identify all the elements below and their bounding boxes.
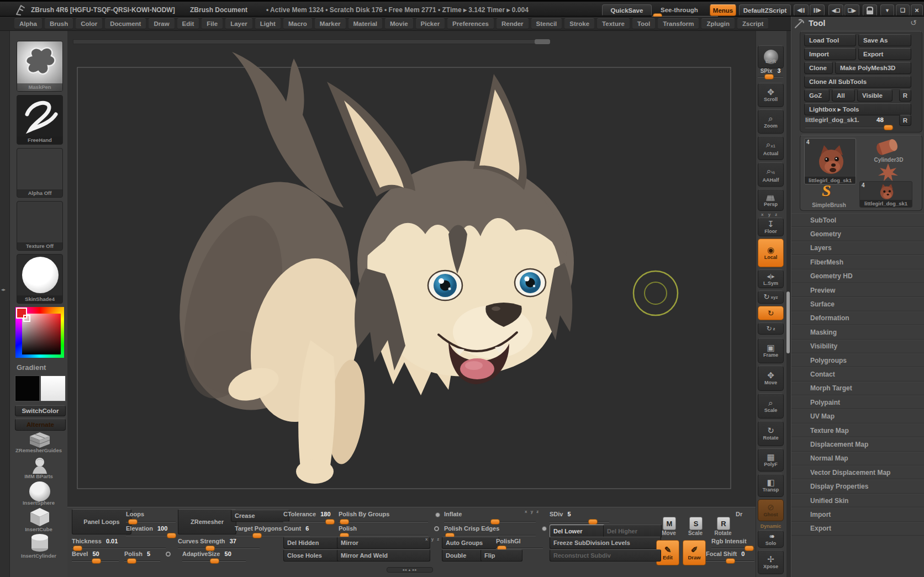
lightbox-tools-button[interactable]: Lightbox ▸ Tools bbox=[804, 103, 911, 115]
menu-item-zscript[interactable]: Zscript bbox=[737, 18, 768, 29]
adaptive-size-track[interactable] bbox=[182, 560, 246, 562]
actual-button[interactable]: ⌕x1 Actual bbox=[758, 136, 784, 160]
color-picker-cursor[interactable] bbox=[23, 315, 30, 322]
spix-track[interactable] bbox=[758, 76, 783, 77]
local-button[interactable]: ◉ Local bbox=[758, 239, 784, 267]
left-tray-handle-icon[interactable]: ◂▸ bbox=[1, 287, 6, 292]
bevel-track[interactable] bbox=[72, 560, 119, 562]
scroll-button[interactable]: ✥ Scroll bbox=[758, 83, 784, 107]
close-icon[interactable]: × bbox=[911, 4, 923, 16]
menu-item-movie[interactable]: Movie bbox=[385, 18, 413, 29]
polish5-knob[interactable] bbox=[127, 558, 136, 564]
draw-button[interactable]: ✐ Draw bbox=[683, 540, 706, 565]
close-holes-button[interactable]: Close Holes bbox=[283, 549, 341, 562]
main-color-swatch[interactable] bbox=[15, 375, 40, 401]
section-display-properties[interactable]: Display Properties bbox=[791, 479, 924, 493]
focal-shift-track[interactable] bbox=[706, 560, 754, 562]
active-tool-knob[interactable] bbox=[884, 125, 893, 130]
section-normal-map[interactable]: Normal Map bbox=[791, 452, 924, 465]
zremesher-button[interactable]: ZRemesher bbox=[178, 509, 236, 534]
menu-item-brush[interactable]: Brush bbox=[45, 18, 73, 29]
model-husky-puppy[interactable] bbox=[155, 52, 574, 484]
simplebrush-s-icon[interactable]: S bbox=[822, 181, 831, 200]
menu-item-edit[interactable]: Edit bbox=[177, 18, 199, 29]
gradient-label[interactable]: Gradient bbox=[17, 363, 46, 372]
menu-item-picker[interactable]: Picker bbox=[416, 18, 445, 29]
menu-item-light[interactable]: Light bbox=[255, 18, 281, 29]
current-stroke-thumbnail[interactable]: FreeHand bbox=[17, 95, 63, 145]
insert-cylinder-icon[interactable] bbox=[30, 533, 50, 552]
switch-color-button[interactable]: SwitchColor bbox=[15, 405, 66, 416]
menu-item-layer[interactable]: Layer bbox=[225, 18, 252, 29]
spix-knob[interactable] bbox=[764, 74, 774, 80]
floor-button[interactable]: ↧ Floor bbox=[758, 218, 784, 236]
section-masking[interactable]: Masking bbox=[791, 325, 924, 339]
palette-move-right-icon[interactable]: ❏▶ bbox=[844, 4, 859, 16]
tool-thumb-selected[interactable]: 4 littlegirl_dog_sk1 bbox=[804, 138, 856, 184]
menu-item-render[interactable]: Render bbox=[497, 18, 529, 29]
make-polymesh3d-button[interactable]: Make PolyMesh3D bbox=[835, 62, 911, 74]
sdiv-knob[interactable] bbox=[588, 519, 598, 525]
aahalf-button[interactable]: ⌕½ AAHalf bbox=[758, 162, 784, 187]
default-zscript-button[interactable]: DefaultZScript bbox=[739, 4, 791, 16]
active-tool-slider[interactable] bbox=[805, 127, 894, 128]
current-texture-thumbnail[interactable]: Texture Off bbox=[17, 201, 63, 251]
inflate-track[interactable] bbox=[444, 521, 536, 522]
menu-item-marker[interactable]: Marker bbox=[315, 18, 346, 29]
polishgi-label[interactable]: PolishGI bbox=[496, 538, 521, 544]
menu-item-preferences[interactable]: Preferences bbox=[447, 18, 494, 29]
insert-cube-icon[interactable] bbox=[29, 507, 50, 527]
import-button[interactable]: Import bbox=[804, 48, 856, 60]
rotate-icon[interactable]: R bbox=[717, 517, 730, 530]
section-texture-map[interactable]: Texture Map bbox=[791, 424, 924, 437]
polyframe-button[interactable]: ▦ PolyF bbox=[758, 448, 784, 472]
frame-button[interactable]: ▣ Frame bbox=[758, 338, 784, 363]
adaptive-radio[interactable] bbox=[166, 552, 171, 557]
simplebrush-label[interactable]: SimpleBrush bbox=[800, 202, 858, 208]
bevel-label[interactable]: Bevel 50 bbox=[72, 550, 99, 557]
mirror-and-weld-button[interactable]: Mirror And Weld bbox=[337, 549, 430, 562]
tool-thumb-recent[interactable]: 4 littlegirl_dog_sk1 bbox=[859, 181, 912, 208]
goz-visible-button[interactable]: Visible bbox=[857, 89, 893, 102]
inflate-radio[interactable] bbox=[435, 512, 440, 517]
section-polygroups[interactable]: Polygroups bbox=[791, 353, 924, 367]
elevation-knob[interactable] bbox=[167, 533, 176, 538]
del-hidden-button[interactable]: Del Hidden bbox=[283, 537, 341, 549]
thickness-label[interactable]: Thickness 0.01 bbox=[72, 538, 118, 544]
menu-item-stencil[interactable]: Stencil bbox=[531, 18, 562, 29]
rgb-intensity-knob[interactable] bbox=[745, 546, 754, 551]
flip-button[interactable]: Flip bbox=[481, 549, 522, 562]
polish-track[interactable] bbox=[339, 535, 428, 536]
menu-item-alpha[interactable]: Alpha bbox=[14, 18, 42, 29]
polish-crisp-radio[interactable] bbox=[434, 526, 439, 531]
section-displacement-map[interactable]: Displacement Map bbox=[791, 437, 924, 451]
rotate-z-button[interactable]: ↻ z bbox=[758, 322, 784, 335]
transp-button[interactable]: ◧ Transp bbox=[758, 474, 784, 497]
bottom-tray-handle-icon[interactable]: ◂◂ ▴ ▸▸ bbox=[387, 567, 433, 573]
curves-strength-label[interactable]: Curves Strength 37 bbox=[178, 538, 236, 544]
target-polygons-label[interactable]: Target Polygons Count 6 bbox=[235, 525, 309, 532]
persp-button[interactable]: ▦ Persp bbox=[758, 189, 784, 211]
section-vector-displacement-map[interactable]: Vector Displacement Map bbox=[791, 465, 924, 479]
left-tray-strip[interactable] bbox=[0, 31, 10, 577]
polish-by-groups-track[interactable] bbox=[339, 521, 428, 522]
save-as-button[interactable]: Save As bbox=[858, 34, 911, 46]
alternate-button[interactable]: Alternate bbox=[15, 419, 66, 431]
section-import[interactable]: Import bbox=[791, 507, 924, 521]
adaptive-size-knob[interactable] bbox=[210, 558, 219, 564]
lsym-button[interactable]: ◂|▸ L.Sym bbox=[758, 269, 784, 288]
polish5-label[interactable]: Polish 5 bbox=[124, 550, 150, 557]
section-contact[interactable]: Contact bbox=[791, 367, 924, 381]
sdiv-label[interactable]: SDiv 5 bbox=[550, 511, 571, 517]
panel-loops-button[interactable]: Panel Loops bbox=[72, 509, 131, 534]
section-layers[interactable]: Layers bbox=[791, 241, 924, 255]
polishgi-track[interactable] bbox=[496, 548, 543, 549]
section-uv-map[interactable]: UV Map bbox=[791, 409, 924, 423]
elevation-label[interactable]: Elevation 100 bbox=[126, 525, 167, 532]
menu-item-macro[interactable]: Macro bbox=[283, 18, 312, 29]
focal-shift-label-cut[interactable]: Focal Shift 0 bbox=[706, 550, 745, 557]
menu-item-document[interactable]: Document bbox=[105, 18, 146, 29]
polymesh3d-star-icon[interactable] bbox=[878, 163, 898, 181]
section-visibility[interactable]: Visibility bbox=[791, 340, 924, 353]
move-gizmo-button[interactable]: ✥ Move bbox=[758, 366, 784, 391]
